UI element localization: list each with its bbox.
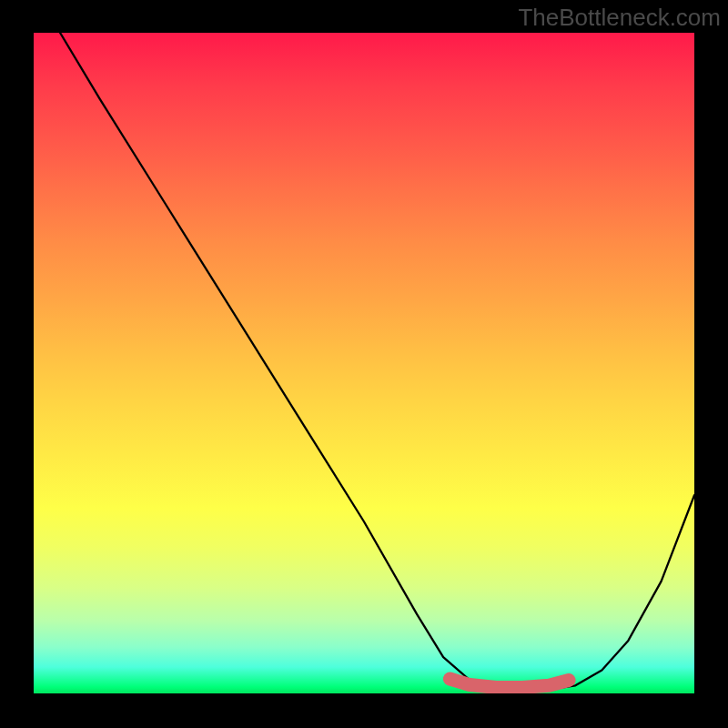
chart-container: TheBottleneck.com xyxy=(0,0,728,728)
bottleneck-curve-line xyxy=(60,33,694,690)
sweet-spot-marker-line xyxy=(450,679,569,687)
watermark-text: TheBottleneck.com xyxy=(518,4,721,32)
plot-area xyxy=(34,33,694,693)
curve-svg xyxy=(34,33,694,693)
